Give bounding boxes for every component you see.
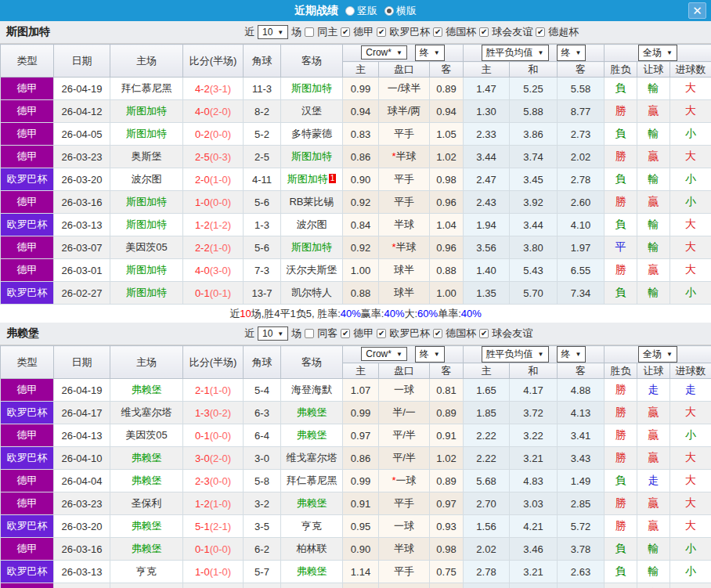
fulltime-score: 1-3 xyxy=(195,407,210,419)
corner-cell: 5-8 xyxy=(244,470,281,492)
team-label: 奥斯堡 xyxy=(132,150,162,162)
league-checkbox[interactable]: ✔ xyxy=(433,329,442,338)
team-label: 斯图加特 xyxy=(291,241,332,253)
scope-select[interactable]: 全场▼ xyxy=(638,45,677,61)
scope-select[interactable]: 全场▼ xyxy=(638,346,677,363)
league-checkbox[interactable]: ✔ xyxy=(377,27,386,37)
column-header: 类型 xyxy=(1,45,54,78)
fulltime-score: 0-2 xyxy=(195,128,210,140)
handicap-line: 半球 xyxy=(379,214,430,236)
away-handicap-odds: 0.94 xyxy=(430,100,464,123)
select-value: Crow* xyxy=(366,348,392,359)
league-checkbox[interactable]: ✔ xyxy=(377,329,386,338)
win-odds: 2.22 xyxy=(464,447,510,470)
fulltime-score: 2-3 xyxy=(195,475,210,487)
league-label: 德国杯 xyxy=(446,326,476,341)
away-team: 波尔图 xyxy=(281,214,343,236)
away-handicap-odds: 0.89 xyxy=(430,402,464,424)
match-date: 26-03-13 xyxy=(54,214,110,236)
handicap-result: 輸 xyxy=(637,282,670,305)
halftime-score: (1-0) xyxy=(210,498,231,510)
win-odds: 3.44 xyxy=(464,146,510,168)
match-row: 欧罗巴杯26-02-27斯图加特0-1(0-1)13-7凯尔特人0.88球半1.… xyxy=(1,282,711,305)
match-date: 26-03-20 xyxy=(54,515,110,538)
same-venue-checkbox[interactable] xyxy=(305,27,314,37)
wdl-result: 勝 xyxy=(605,191,637,214)
score-cell: 1-2(1-0) xyxy=(183,492,244,515)
handicap-line: 平手 xyxy=(379,492,430,515)
close-button[interactable]: ✕ xyxy=(688,2,706,19)
odds-company-select[interactable]: Crow*▼ xyxy=(361,347,407,361)
match-row: 欧罗巴杯26-03-13亨克1-0(1-0)5-7弗赖堡1.14平手0.752.… xyxy=(1,561,711,583)
lose-odds: 2.02 xyxy=(558,146,605,168)
handicap-line: 半球 xyxy=(379,538,430,561)
corner-cell: 6-3 xyxy=(244,402,281,424)
home-team: 斯图加特 xyxy=(110,214,183,236)
draw-odds: 3.21 xyxy=(510,447,558,470)
league-checkbox[interactable]: ✔ xyxy=(433,27,442,37)
team-label: RB莱比锡 xyxy=(289,196,334,207)
summary-part: 大: xyxy=(404,307,417,321)
goals-result: 小 xyxy=(670,123,711,146)
league-checkbox[interactable]: ✔ xyxy=(341,329,350,338)
result-group-header: 全场▼ xyxy=(605,45,711,62)
fulltime-score: 4-0 xyxy=(195,106,210,117)
match-row: 德甲26-03-16斯图加特1-0(0-0)5-6RB莱比锡0.92平手0.96… xyxy=(1,191,711,214)
match-competition: 欧罗巴杯 xyxy=(1,168,54,191)
match-competition: 德甲 xyxy=(1,424,54,447)
wdl-result: 平 xyxy=(605,236,637,259)
avg-odds-select[interactable]: 胜平负均值▼ xyxy=(482,45,549,61)
halftime-score: (1-0) xyxy=(210,242,231,254)
goals-result: 大 xyxy=(670,214,711,236)
layout-radio-vertical[interactable]: 竖版 xyxy=(345,4,377,18)
team-label: 弗赖堡 xyxy=(132,474,162,486)
sub-column-header: 盘口 xyxy=(379,363,430,379)
games-count-select[interactable]: 10▼ xyxy=(258,25,288,39)
team-label: 弗赖堡 xyxy=(132,452,162,464)
home-handicap-odds: 0.84 xyxy=(343,214,379,236)
halftime-score: (2-0) xyxy=(210,453,231,464)
final-odds-select[interactable]: 终▼ xyxy=(415,45,445,61)
final-odds-select[interactable]: 终▼ xyxy=(557,346,586,363)
halftime-score: (1-0) xyxy=(210,174,231,186)
odds-company-select[interactable]: Crow*▼ xyxy=(361,45,407,60)
fulltime-score: 0-1 xyxy=(195,543,210,555)
check-icon: ✔ xyxy=(342,28,348,36)
corner-cell: 5-6 xyxy=(244,191,281,214)
chevron-down-icon: ▼ xyxy=(538,351,544,358)
handicap-result: 贏 xyxy=(637,447,670,470)
home-handicap-odds: 0.92 xyxy=(343,236,379,259)
fulltime-score: 0-1 xyxy=(195,287,210,299)
win-odds: 2.33 xyxy=(464,123,510,146)
league-checkbox[interactable]: ✔ xyxy=(536,27,545,37)
fulltime-score: 3-0 xyxy=(195,453,210,464)
final-odds-select[interactable]: 终▼ xyxy=(415,346,445,363)
same-venue-checkbox[interactable] xyxy=(305,329,314,338)
layout-radio-horizontal[interactable]: 横版 xyxy=(384,4,417,18)
avg-odds-select[interactable]: 胜平负均值▼ xyxy=(482,346,549,363)
wdl-result: 負 xyxy=(605,168,637,191)
team-name: 弗赖堡 xyxy=(6,326,39,341)
match-date: 26-04-10 xyxy=(54,447,110,470)
handicap-result: 贏 xyxy=(637,583,670,588)
sub-column-header: 主 xyxy=(343,62,379,78)
games-count-select[interactable]: 10▼ xyxy=(258,326,288,341)
league-checkbox[interactable]: ✔ xyxy=(341,27,350,37)
lose-odds: 8.77 xyxy=(558,100,605,123)
away-handicap-odds: 0.97 xyxy=(430,492,464,515)
sub-column-header: 和 xyxy=(510,62,558,78)
match-row: 欧罗巴杯26-03-13斯图加特1-2(1-2)1-3波尔图0.84半球1.04… xyxy=(1,214,711,236)
score-cell: 1-2(1-2) xyxy=(183,214,244,236)
sub-column-header: 主 xyxy=(343,363,379,379)
league-checkbox[interactable]: ✔ xyxy=(479,329,489,338)
draw-odds: 3.22 xyxy=(510,424,558,447)
team-label: 斯图加特 xyxy=(126,128,167,139)
halftime-score: (0-1) xyxy=(210,287,231,299)
league-checkbox[interactable]: ✔ xyxy=(479,27,489,37)
summary-part: 40% xyxy=(461,308,482,319)
chevron-down-icon: ▼ xyxy=(666,351,673,358)
goals-result: 小 xyxy=(670,191,711,214)
final-odds-select[interactable]: 终▼ xyxy=(557,45,586,61)
match-competition: 德甲 xyxy=(1,236,54,259)
fulltime-score: 1-0 xyxy=(195,197,210,208)
